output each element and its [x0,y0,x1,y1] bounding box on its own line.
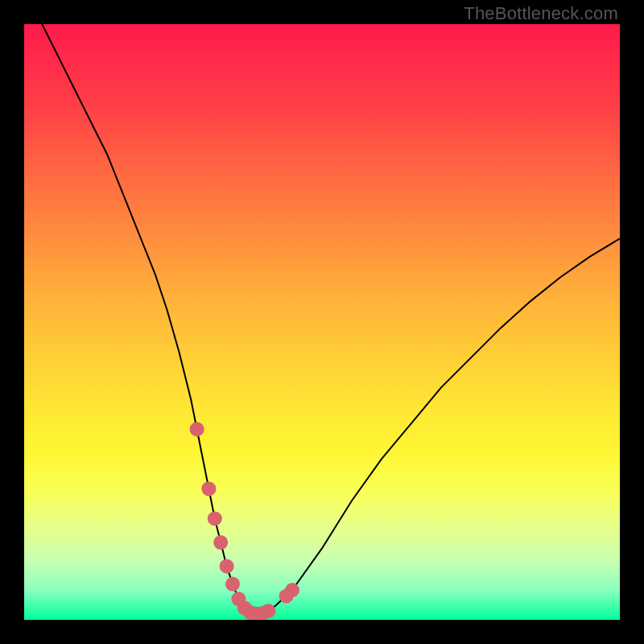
chart-frame: TheBottleneck.com [0,0,644,644]
curve-marker [201,481,216,496]
curve-marker [190,422,204,436]
plot-area [24,24,620,620]
curve-marker [208,511,222,526]
chart-svg [24,24,620,620]
curve-marker [213,535,228,550]
bottleneck-curve [42,24,620,614]
curve-marker [225,577,240,592]
curve-marker [220,559,234,573]
watermark-text: TheBottleneck.com [464,3,618,24]
curve-marker [261,604,275,618]
marker-group [190,422,299,620]
curve-marker [285,583,299,597]
